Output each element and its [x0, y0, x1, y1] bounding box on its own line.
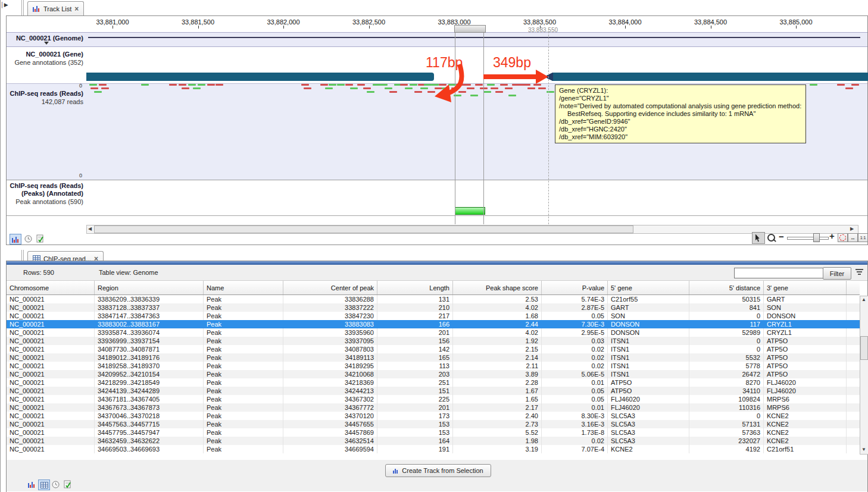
table-cell: 34367673..34367873 [95, 403, 204, 412]
peak-annotation[interactable] [455, 207, 485, 215]
zoom-tool-button[interactable] [767, 234, 775, 242]
column-header[interactable]: Length [377, 281, 453, 295]
grid-body: NC_00002133836209..33836339Peak338362881… [7, 295, 860, 454]
table-cell: DONSON [608, 328, 689, 337]
sidebar-expand-icon[interactable]: │▶ [1, 1, 7, 9]
create-track-button[interactable]: Create Track from Selection [385, 464, 491, 477]
table-cell: NC_000021 [7, 353, 95, 362]
table-row[interactable]: NC_00002134669503..34669693Peak346695941… [7, 445, 860, 453]
pointer-tool-button[interactable] [752, 232, 765, 244]
table-cell: FLJ46020 [608, 403, 689, 412]
table-cell: 191 [377, 445, 453, 453]
ruler-tick-mark [625, 26, 626, 29]
table-cell: 57363 [689, 428, 764, 437]
zoom-out-button[interactable]: − [779, 233, 784, 241]
filter-button[interactable]: Filter [823, 267, 851, 280]
filter-options-icon[interactable] [855, 269, 863, 276]
zoom-slider[interactable] [787, 237, 829, 240]
table-cell: 34367302 [283, 395, 377, 403]
table-row[interactable]: NC_00002134367673..34367873Peak343677722… [7, 403, 860, 412]
column-header[interactable]: P-value [542, 281, 608, 295]
column-header[interactable]: 5' distance [689, 281, 764, 295]
clock-icon-2 [52, 481, 60, 488]
table-row[interactable]: NC_00002134457563..34457715Peak344576551… [7, 420, 860, 428]
create-track-icon [393, 468, 399, 474]
vscroll-up-arrow-icon[interactable]: ▲ [861, 296, 866, 303]
read-mark [357, 84, 365, 86]
column-header[interactable]: 3' gene [764, 281, 847, 295]
table-row[interactable]: NC_00002134189258..34189370Peak341892951… [7, 362, 860, 370]
table-cell: 0 [847, 303, 860, 312]
table-cell: 173 [377, 412, 453, 420]
table-row[interactable]: NC_00002134087730..34087871Peak340878031… [7, 345, 860, 353]
read-mark [810, 84, 817, 86]
table-row[interactable]: NC_00002134189012..34189176Peak341891131… [7, 353, 860, 362]
tab-track-list[interactable]: Track List × [27, 1, 84, 15]
table-row[interactable]: NC_00002134632459..34632622Peak346325141… [7, 437, 860, 445]
table-row[interactable]: NC_00002134218299..34218549Peak342183692… [7, 378, 860, 387]
zoom-in-button[interactable]: + [829, 232, 835, 240]
table-row[interactable]: NC_00002133847147..33847363Peak338472302… [7, 312, 860, 320]
column-header[interactable]: Region [95, 281, 204, 295]
reads-track-subtitle: 142,087 reads [7, 98, 83, 105]
zoom-slider-thumb[interactable] [813, 233, 820, 242]
read-mark [538, 87, 546, 89]
table-row[interactable]: NC_00002134457795..34457947Peak344578691… [7, 428, 860, 437]
hscroll-left-arrow-icon[interactable]: ◀ [88, 225, 92, 233]
table-row[interactable]: NC_00002134367181..34367405Peak343673022… [7, 395, 860, 403]
column-header[interactable]: 3' distance [847, 281, 860, 295]
table-cell: 2.53 [453, 295, 542, 304]
track-hscrollbar-thumb[interactable] [94, 225, 633, 233]
ruler-tick-label: 33,885,000 [763, 18, 829, 26]
table-row[interactable]: NC_00002133836209..33836339Peak338362881… [7, 295, 860, 304]
bottom-info-button[interactable] [62, 480, 73, 489]
table-row[interactable]: NC_00002133837128..33837337Peak338372222… [7, 303, 860, 312]
column-header[interactable]: Center of peak [283, 281, 377, 295]
tab-track-list-close-icon[interactable]: × [74, 6, 79, 12]
ruler-tick-mark [369, 26, 370, 29]
table-row[interactable]: NC_00002134209952..34210154Peak342100682… [7, 370, 860, 378]
gene-annotation-cryzl1[interactable] [544, 73, 868, 81]
table-row[interactable]: NC_00002133936999..33937154Peak339370951… [7, 337, 860, 345]
table-row[interactable]: NC_00002133935874..33936074Peak339359602… [7, 328, 860, 337]
column-header[interactable]: Chromosome [7, 281, 95, 295]
table-cell: FLJ46020 [764, 378, 847, 387]
fit-width-button[interactable]: ↔ [848, 233, 858, 242]
table-row[interactable]: NC_00002134244139..34244289Peak342442131… [7, 387, 860, 395]
genome-collapse-arrow-icon[interactable] [44, 42, 49, 45]
gene-annotation-donson[interactable] [86, 73, 434, 81]
read-mark [487, 84, 495, 86]
table-cell: ATP5O [608, 387, 689, 395]
read-mark [505, 87, 513, 89]
notepad-check-icon [36, 234, 44, 243]
table-cell: 0.03 [542, 337, 608, 345]
table-vscrollbar-thumb[interactable] [860, 336, 868, 360]
track-view-mode-button[interactable] [10, 234, 21, 245]
column-header[interactable]: Peak shape score [453, 281, 542, 295]
read-mark [141, 84, 149, 86]
history-view-button[interactable] [23, 234, 33, 243]
bottom-trackview-button[interactable] [26, 480, 37, 489]
selection-handle[interactable] [454, 25, 486, 33]
filter-input[interactable] [734, 268, 825, 278]
table-cell: 25570 [847, 437, 860, 445]
zoom-100-button[interactable]: 1:1 [858, 233, 868, 242]
column-header[interactable]: Name [204, 281, 283, 295]
zoom-to-selection-button[interactable] [838, 233, 848, 242]
table-row[interactable]: NC_00002134370046..34370218Peak343701201… [7, 412, 860, 420]
table-cell: Peak [204, 320, 283, 328]
read-mark [198, 84, 205, 86]
table-cell: 0.05 [542, 387, 608, 395]
vscroll-down-arrow-icon[interactable]: ▼ [861, 446, 866, 453]
column-header[interactable]: 5' gene [608, 281, 689, 295]
element-info-button[interactable] [35, 234, 45, 243]
table-cell: 3.16E-3 [542, 420, 608, 428]
read-mark [193, 87, 201, 89]
read-mark [837, 84, 845, 86]
gene-track-subtitle: Gene annotations (352) [7, 59, 83, 66]
hscroll-right-arrow-icon[interactable]: ▶ [850, 225, 854, 233]
table-row[interactable]: NC_00002133883002..33883167Peak338830831… [7, 320, 860, 328]
bottom-tableview-button[interactable] [38, 480, 50, 490]
bottom-history-button[interactable] [50, 480, 61, 489]
table-vscrollbar[interactable] [860, 296, 868, 455]
